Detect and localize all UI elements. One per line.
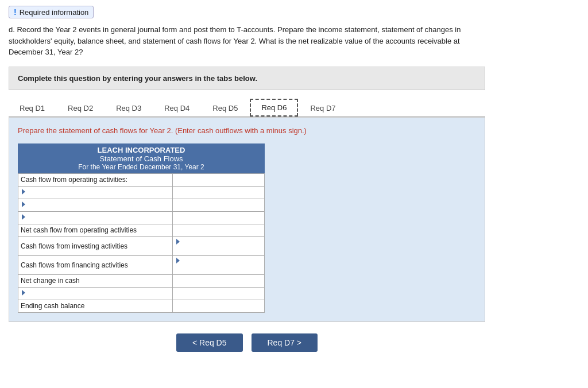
row-input1-8[interactable] (173, 287, 219, 300)
tabs-container: Req D1 Req D2 Req D3 Req D4 Req D5 Req D… (9, 99, 485, 117)
badge-label: Required information (20, 8, 89, 17)
row-input2-8[interactable] (219, 287, 265, 300)
exclamation-icon: ! (14, 7, 17, 17)
triangle-icon (22, 201, 25, 207)
tab-req-d4[interactable]: Req D4 (153, 100, 200, 117)
input-field[interactable] (221, 302, 262, 310)
instruction-note: (Enter cash outflows with a minus sign.) (175, 126, 307, 135)
row-label-9: Ending cash balance (18, 300, 173, 312)
row-input1-5[interactable] (173, 236, 219, 255)
triangle-icon (176, 239, 180, 245)
input-field[interactable] (175, 246, 216, 254)
statement-period: For the Year Ended December 31, Year 2 (18, 163, 265, 171)
row-input2-5[interactable] (219, 236, 265, 255)
row-input2-0[interactable] (219, 173, 265, 186)
triangle-icon (176, 258, 180, 263)
input-field[interactable] (175, 188, 216, 196)
instruction: Prepare the statement of cash flows for … (18, 126, 476, 135)
input-field[interactable] (175, 277, 216, 285)
input-field[interactable] (221, 201, 262, 209)
triangle-icon (22, 290, 25, 296)
tab-req-d3[interactable]: Req D3 (105, 100, 152, 117)
input-field[interactable] (221, 176, 262, 184)
row-input1-1[interactable] (173, 186, 219, 199)
complete-box-text: Complete this question by entering your … (18, 74, 476, 83)
row-label-2 (18, 199, 173, 211)
button-row: < Req D5 Req D7 > (9, 333, 485, 352)
row-label-6: Cash flows from financing activities (18, 255, 173, 274)
input-field[interactable] (175, 201, 216, 209)
row-input1-7[interactable] (173, 274, 219, 287)
table-row: Net change in cash (18, 274, 265, 287)
complete-box: Complete this question by entering your … (9, 67, 485, 90)
input-field[interactable] (221, 226, 262, 234)
triangle-icon (22, 214, 25, 220)
table-row: Cash flow from operating activities: (18, 173, 265, 186)
row-input1-4[interactable] (173, 224, 219, 236)
tab-req-d7[interactable]: Req D7 (299, 100, 346, 117)
triangle-icon (22, 189, 25, 195)
input-field[interactable] (221, 188, 262, 196)
instruction-text: Prepare the statement of cash flows for … (18, 126, 173, 135)
row-input2-7[interactable] (219, 274, 265, 287)
tab-req-d5[interactable]: Req D5 (202, 100, 249, 117)
row-input1-6[interactable] (173, 255, 219, 274)
prev-button[interactable]: < Req D5 (176, 333, 243, 352)
cash-flow-table: Cash flow from operating activities: (18, 173, 265, 313)
table-row (18, 186, 265, 199)
row-label-7: Net change in cash (18, 274, 173, 287)
row-input2-2[interactable] (219, 199, 265, 211)
row-input1-2[interactable] (173, 199, 219, 211)
question-text: d. Record the Year 2 events in general j… (9, 24, 485, 58)
table-row (18, 211, 265, 224)
tab-req-d1[interactable]: Req D1 (9, 100, 56, 117)
row-input2-9[interactable] (219, 300, 265, 312)
row-input1-9[interactable] (173, 300, 219, 312)
row-input1-3[interactable] (173, 211, 219, 224)
row-input1-0[interactable] (173, 173, 219, 186)
table-row (18, 199, 265, 211)
row-input2-1[interactable] (219, 186, 265, 199)
tab-req-d6[interactable]: Req D6 (250, 99, 298, 117)
table-row: Ending cash balance (18, 300, 265, 312)
table-row: Cash flows from investing activities (18, 236, 265, 255)
input-field[interactable] (175, 176, 216, 184)
input-field[interactable] (221, 261, 262, 269)
row-label-4: Net cash flow from operating activities (18, 224, 173, 236)
input-field[interactable] (221, 214, 262, 222)
company-name: LEACH INCORPORATED (18, 146, 265, 154)
input-field[interactable] (221, 242, 262, 250)
statement-title: Statement of Cash Flows (18, 154, 265, 163)
tab-req-d2[interactable]: Req D2 (57, 100, 104, 117)
row-label-8 (18, 287, 173, 300)
table-row (18, 287, 265, 300)
financial-table-wrapper: LEACH INCORPORATED Statement of Cash Flo… (18, 143, 265, 313)
row-input2-4[interactable] (219, 224, 265, 236)
input-field[interactable] (221, 289, 262, 297)
row-label-0: Cash flow from operating activities: (18, 173, 173, 186)
table-header: LEACH INCORPORATED Statement of Cash Flo… (18, 143, 265, 173)
row-label-3 (18, 211, 173, 224)
next-button[interactable]: Req D7 > (252, 333, 318, 352)
input-field[interactable] (175, 265, 216, 273)
input-field[interactable] (175, 226, 216, 234)
input-field[interactable] (175, 289, 216, 297)
input-field[interactable] (175, 214, 216, 222)
required-information-badge: ! Required information (9, 6, 94, 18)
table-row: Net cash flow from operating activities (18, 224, 265, 236)
row-input2-6[interactable] (219, 255, 265, 274)
row-label-5: Cash flows from investing activities (18, 236, 173, 255)
row-label-1 (18, 186, 173, 199)
row-input2-3[interactable] (219, 211, 265, 224)
content-area: Prepare the statement of cash flows for … (9, 117, 485, 322)
input-field[interactable] (175, 302, 216, 310)
input-field[interactable] (221, 277, 262, 285)
table-row: Cash flows from financing activities (18, 255, 265, 274)
